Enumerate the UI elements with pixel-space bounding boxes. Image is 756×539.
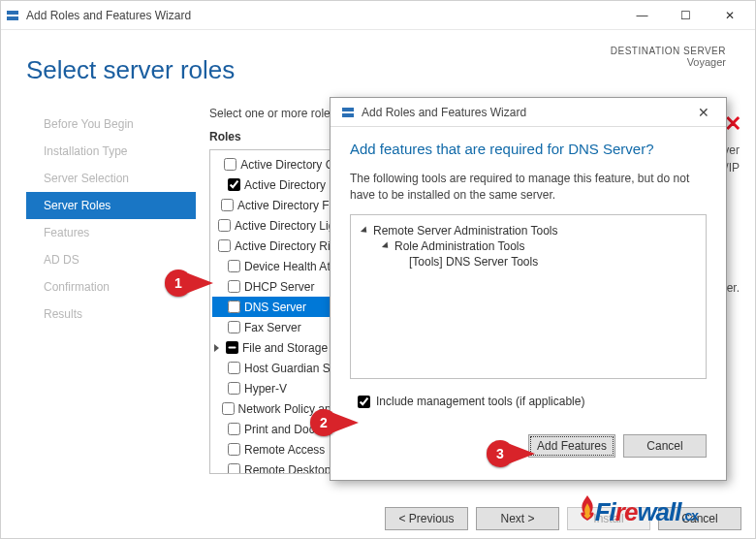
main-window-title: Add Roles and Features Wizard	[26, 9, 191, 22]
next-button[interactable]: Next >	[476, 507, 559, 530]
step-results[interactable]: Results	[26, 301, 196, 328]
role-checkbox[interactable]	[228, 463, 240, 474]
destination-label: DESTINATION SERVER	[611, 46, 726, 56]
tree-item-label: Role Administration Tools	[394, 239, 525, 253]
logo-part-re: re	[615, 497, 638, 527]
destination-value: Voyager	[611, 56, 726, 68]
include-mgmt-tools-checkbox[interactable]	[358, 396, 370, 408]
role-label: Fax Server	[244, 321, 301, 334]
dialog-close-button[interactable]: ✕	[685, 105, 722, 120]
step-installation-type[interactable]: Installation Type	[26, 138, 196, 165]
close-button[interactable]: ✕	[708, 2, 751, 29]
role-checkbox[interactable]	[228, 178, 240, 191]
role-label: DNS Server	[244, 301, 306, 314]
tree-item-label: Remote Server Administration Tools	[373, 224, 558, 238]
callout-tail-icon	[333, 413, 359, 432]
dialog-question: Add features that are required for DNS S…	[350, 141, 707, 157]
role-checkbox[interactable]	[228, 423, 240, 435]
expand-icon[interactable]	[214, 344, 219, 352]
logo-part-fi: Fi	[595, 497, 615, 527]
svg-rect-3	[342, 113, 354, 117]
features-tree[interactable]: Remote Server Administration Tools Role …	[350, 214, 707, 379]
tree-item-label: [Tools] DNS Server Tools	[409, 255, 538, 269]
step-features[interactable]: Features	[26, 219, 196, 246]
add-features-button[interactable]: Add Features	[528, 434, 615, 458]
include-mgmt-tools-label: Include management tools (if applicable)	[376, 395, 584, 408]
callout-3: 3	[487, 440, 535, 467]
dialog-description: The following tools are required to mana…	[350, 171, 707, 205]
dialog-cancel-button[interactable]: Cancel	[623, 434, 707, 458]
role-checkbox[interactable]	[228, 321, 240, 333]
role-checkbox[interactable]	[221, 199, 234, 211]
role-checkbox[interactable]	[224, 158, 236, 171]
previous-button[interactable]: < Previous	[385, 507, 468, 530]
callout-tail-icon	[188, 273, 213, 293]
svg-rect-2	[342, 108, 354, 111]
server-manager-icon	[340, 105, 356, 120]
destination-server: DESTINATION SERVER Voyager	[611, 46, 726, 68]
expand-icon	[382, 241, 391, 250]
logo-part-wall: wall	[637, 497, 680, 527]
svg-rect-1	[7, 16, 18, 20]
role-checkbox[interactable]	[218, 239, 231, 252]
role-label: Hyper-V	[244, 382, 287, 396]
logo-part-cx: .cx	[682, 508, 698, 523]
role-checkbox[interactable]	[218, 219, 231, 232]
tree-item-rsat[interactable]: Remote Server Administration Tools	[359, 223, 698, 238]
main-titlebar: Add Roles and Features Wizard — ☐ ✕	[1, 1, 755, 30]
callout-tail-icon	[510, 444, 535, 463]
server-manager-icon	[5, 8, 20, 23]
role-label: Remote Access	[244, 443, 325, 457]
role-checkbox[interactable]	[222, 402, 235, 415]
role-checkbox[interactable]	[228, 280, 240, 293]
role-checkbox[interactable]	[228, 362, 240, 374]
role-checkbox[interactable]	[228, 301, 240, 313]
role-checkbox[interactable]	[226, 341, 238, 354]
dialog-body: Add features that are required for DNS S…	[331, 127, 726, 434]
role-checkbox[interactable]	[228, 443, 240, 456]
add-features-dialog: Add Roles and Features Wizard ✕ Add feat…	[330, 97, 727, 481]
flame-icon	[578, 495, 597, 521]
dialog-title: Add Roles and Features Wizard	[362, 106, 526, 119]
step-server-selection[interactable]: Server Selection	[26, 165, 196, 192]
minimize-button[interactable]: —	[620, 2, 664, 29]
window-controls: — ☐ ✕	[620, 2, 751, 29]
tree-item-dns-server-tools[interactable]: [Tools] DNS Server Tools	[359, 254, 698, 270]
expand-icon	[361, 226, 369, 235]
dialog-titlebar: Add Roles and Features Wizard ✕	[331, 98, 726, 127]
callout-1: 1	[165, 270, 213, 297]
step-before-you-begin[interactable]: Before You Begin	[26, 111, 196, 138]
role-checkbox[interactable]	[228, 260, 240, 272]
role-label: DHCP Server	[244, 280, 314, 294]
wizard-steps: Before You Begin Installation Type Serve…	[26, 107, 196, 490]
firewall-cx-logo: Firewall.cx	[578, 495, 698, 527]
callout-2: 2	[310, 409, 359, 436]
svg-rect-0	[7, 11, 18, 15]
role-checkbox[interactable]	[228, 382, 240, 395]
tree-item-role-admin-tools[interactable]: Role Administration Tools	[359, 238, 698, 254]
maximize-button[interactable]: ☐	[664, 2, 708, 29]
step-server-roles[interactable]: Server Roles	[26, 192, 196, 219]
include-mgmt-tools-row[interactable]: Include management tools (if applicable)	[354, 393, 707, 411]
